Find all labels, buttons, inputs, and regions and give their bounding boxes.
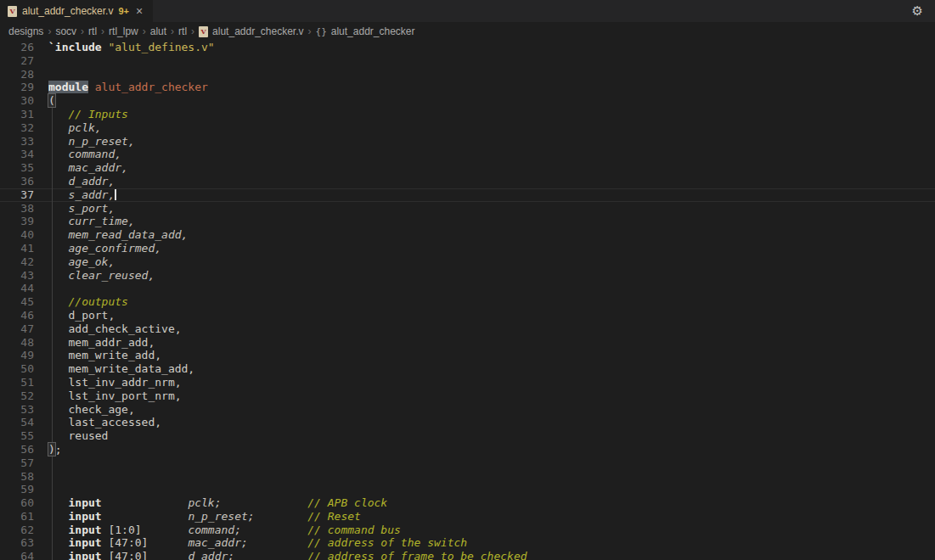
- code-text: input pclk; // APB clock: [48, 496, 935, 510]
- code-line-47[interactable]: 47 add_check_active,: [0, 322, 935, 336]
- breadcrumb-file[interactable]: alut_addr_checker.v: [212, 25, 303, 37]
- code-text: input [1:0] command; // command bus: [48, 524, 935, 537]
- code-text: mem_write_add,: [48, 349, 935, 362]
- line-number: 54: [0, 416, 34, 429]
- code-line-45[interactable]: 45 //outputs: [0, 295, 935, 309]
- code-line-42[interactable]: 42 age_ok,: [0, 255, 935, 269]
- line-number: 40: [0, 228, 34, 242]
- line-number: 64: [0, 550, 34, 560]
- code-line-44[interactable]: 44: [0, 282, 935, 295]
- code-line-38[interactable]: 38 s_port,: [0, 202, 935, 216]
- code-text: n_p_reset,: [48, 135, 935, 148]
- line-number: 47: [0, 322, 34, 336]
- code-line-31[interactable]: 31 // Inputs: [0, 108, 935, 121]
- code-line-28[interactable]: 28: [0, 68, 935, 81]
- code-line-43[interactable]: 43 clear_reused,: [0, 269, 935, 283]
- code-line-46[interactable]: 46 d_port,: [0, 309, 935, 322]
- code-line-60[interactable]: 60 input pclk; // APB clock: [0, 496, 935, 510]
- gear-icon[interactable]: ⚙: [900, 0, 935, 22]
- code-line-59[interactable]: 59: [0, 483, 935, 496]
- code-text: s_addr,: [48, 188, 935, 202]
- code-line-51[interactable]: 51 lst_inv_addr_nrm,: [0, 376, 935, 389]
- code-text: [48, 68, 935, 81]
- line-number: 59: [0, 483, 34, 496]
- code-line-40[interactable]: 40 mem_read_data_add,: [0, 228, 935, 242]
- code-text: input [47:0] mac_addr; // address of the…: [48, 536, 935, 550]
- breadcrumb-item-rtl[interactable]: rtl: [178, 25, 187, 37]
- code-text: );: [48, 443, 935, 456]
- line-number: 46: [0, 309, 34, 322]
- line-number: 53: [0, 403, 34, 417]
- code-line-57[interactable]: 57: [0, 456, 935, 470]
- code-line-55[interactable]: 55 reused: [0, 429, 935, 443]
- code-line-64[interactable]: 64 input [47:0] d_addr; // address of fr…: [0, 550, 935, 560]
- code-line-29[interactable]: 29module alut_addr_checker: [0, 81, 935, 94]
- breadcrumb-separator-icon: ›: [143, 25, 146, 37]
- line-number: 37: [0, 188, 34, 202]
- breadcrumb-separator-icon: ›: [191, 25, 194, 37]
- code-text: // Inputs: [48, 108, 935, 121]
- code-line-33[interactable]: 33 n_p_reset,: [0, 135, 935, 148]
- code-line-58[interactable]: 58: [0, 470, 935, 484]
- breadcrumb-item-rtl[interactable]: rtl: [88, 25, 97, 37]
- code-line-36[interactable]: 36 d_addr,: [0, 175, 935, 188]
- tabbar-spacer: [153, 0, 899, 22]
- code-line-34[interactable]: 34 command,: [0, 148, 935, 161]
- verilog-file-icon: V: [199, 26, 208, 37]
- code-line-49[interactable]: 49 mem_write_add,: [0, 349, 935, 362]
- breadcrumb: designs›socv›rtl›rtl_lpw›alut›rtl›Valut_…: [0, 22, 935, 41]
- symbol-braces-icon: {}: [316, 26, 327, 37]
- code-line-53[interactable]: 53 check_age,: [0, 403, 935, 417]
- editor[interactable]: 26`include "alut_defines.v"272829module …: [0, 41, 935, 560]
- breadcrumb-item-socv[interactable]: socv: [55, 25, 76, 37]
- line-number: 43: [0, 269, 34, 283]
- breadcrumb-item-alut[interactable]: alut: [150, 25, 166, 37]
- line-number: 42: [0, 255, 34, 269]
- breadcrumb-item-designs[interactable]: designs: [8, 25, 43, 37]
- line-number: 61: [0, 510, 34, 524]
- line-number: 29: [0, 81, 34, 94]
- code-line-26[interactable]: 26`include "alut_defines.v": [0, 41, 935, 54]
- code-line-35[interactable]: 35 mac_addr,: [0, 161, 935, 175]
- line-number: 50: [0, 362, 34, 376]
- code-line-62[interactable]: 62 input [1:0] command; // command bus: [0, 524, 935, 537]
- line-number: 31: [0, 108, 34, 121]
- code-line-56[interactable]: 56);: [0, 443, 935, 456]
- code-line-32[interactable]: 32 pclk,: [0, 121, 935, 135]
- code-text: mem_write_data_add,: [48, 362, 935, 376]
- line-number: 51: [0, 376, 34, 389]
- code-text: [48, 470, 935, 484]
- code-line-41[interactable]: 41 age_confirmed,: [0, 242, 935, 255]
- code-line-54[interactable]: 54 last_accessed,: [0, 416, 935, 429]
- code-text: age_ok,: [48, 255, 935, 269]
- code-line-48[interactable]: 48 mem_addr_add,: [0, 336, 935, 350]
- code-text: `include "alut_defines.v": [48, 41, 935, 54]
- code-line-30[interactable]: 30(: [0, 94, 935, 108]
- line-number: 48: [0, 336, 34, 350]
- code-line-39[interactable]: 39 curr_time,: [0, 215, 935, 228]
- line-number: 52: [0, 389, 34, 403]
- code-text: curr_time,: [48, 215, 935, 228]
- line-number: 33: [0, 135, 34, 148]
- breadcrumb-symbol[interactable]: alut_addr_checker: [331, 25, 415, 37]
- close-tab-icon[interactable]: ×: [134, 5, 144, 17]
- code-text: module alut_addr_checker: [48, 81, 935, 94]
- code-line-37[interactable]: 37 s_addr,: [0, 188, 935, 202]
- code-line-63[interactable]: 63 input [47:0] mac_addr; // address of …: [0, 536, 935, 550]
- code-text: [48, 456, 935, 470]
- code-line-50[interactable]: 50 mem_write_data_add,: [0, 362, 935, 376]
- code-text: command,: [48, 148, 935, 161]
- code-text: clear_reused,: [48, 269, 935, 283]
- code-line-61[interactable]: 61 input n_p_reset; // Reset: [0, 510, 935, 524]
- tab-bar: V alut_addr_checker.v 9+ × ⚙: [0, 0, 935, 22]
- code-text: mac_addr,: [48, 161, 935, 175]
- line-number: 32: [0, 121, 34, 135]
- line-number: 58: [0, 470, 34, 484]
- breadcrumb-item-rtl_lpw[interactable]: rtl_lpw: [109, 25, 138, 37]
- tab-alut-addr-checker[interactable]: V alut_addr_checker.v 9+ ×: [0, 0, 153, 22]
- code-line-27[interactable]: 27: [0, 54, 935, 68]
- code-text: mem_read_data_add,: [48, 228, 935, 242]
- code-text: add_check_active,: [48, 322, 935, 336]
- text-cursor: [115, 189, 116, 200]
- code-line-52[interactable]: 52 lst_inv_port_nrm,: [0, 389, 935, 403]
